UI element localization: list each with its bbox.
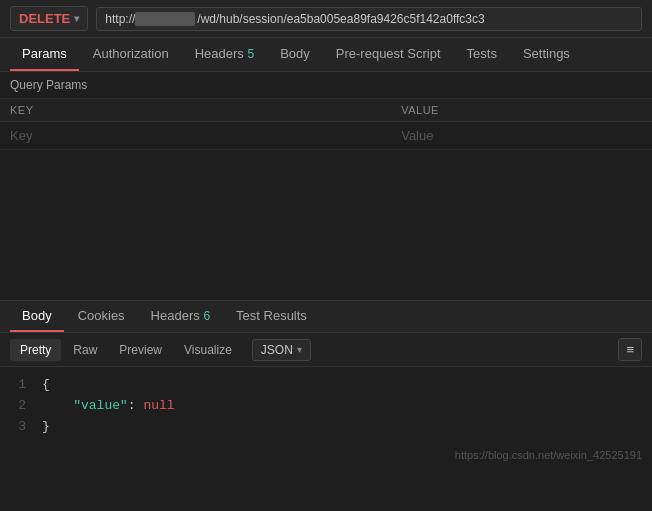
format-tab-preview[interactable]: Preview bbox=[109, 339, 172, 361]
url-prefix: http:// bbox=[105, 12, 135, 26]
response-tab-cookies[interactable]: Cookies bbox=[66, 301, 137, 332]
json-format-selector[interactable]: JSON ▾ bbox=[252, 339, 311, 361]
tab-authorization[interactable]: Authorization bbox=[81, 38, 181, 71]
wrap-button[interactable]: ≡ bbox=[618, 338, 642, 361]
response-headers-badge: 6 bbox=[203, 309, 210, 323]
json-format-value: JSON bbox=[261, 343, 293, 357]
response-tab-headers[interactable]: Headers 6 bbox=[139, 301, 222, 332]
table-row: Key Value bbox=[0, 122, 652, 150]
response-tab-test-results[interactable]: Test Results bbox=[224, 301, 319, 332]
code-content-3: } bbox=[42, 417, 50, 438]
method-selector[interactable]: DELETE ▾ bbox=[10, 6, 88, 31]
format-tab-visualize[interactable]: Visualize bbox=[174, 339, 242, 361]
url-masked bbox=[135, 12, 195, 26]
tab-settings[interactable]: Settings bbox=[511, 38, 582, 71]
tab-prerequest[interactable]: Pre-request Script bbox=[324, 38, 453, 71]
response-body-code: 1 { 2 "value": null 3 } bbox=[0, 367, 652, 445]
empty-space bbox=[0, 150, 652, 300]
key-column-header: KEY bbox=[0, 99, 391, 122]
value-column-header: VALUE bbox=[391, 99, 652, 122]
footer-link[interactable]: https://blog.csdn.net/weixin_42525191 bbox=[0, 445, 652, 465]
code-line-2: 2 "value": null bbox=[10, 396, 642, 417]
query-params-table: KEY VALUE Key Value bbox=[0, 99, 652, 150]
tab-tests[interactable]: Tests bbox=[455, 38, 509, 71]
url-bar[interactable]: http:// /wd/hub/session/ea5ba005ea89fa94… bbox=[96, 7, 642, 31]
request-tabs: Params Authorization Headers 5 Body Pre-… bbox=[0, 38, 652, 72]
line-number-3: 3 bbox=[10, 417, 26, 438]
url-path: /wd/hub/session/ea5ba005ea89fa9426c5f142… bbox=[197, 12, 484, 26]
response-tab-body[interactable]: Body bbox=[10, 301, 64, 332]
method-arrow-icon: ▾ bbox=[74, 13, 79, 24]
method-label: DELETE bbox=[19, 11, 70, 26]
json-null-value: null bbox=[143, 398, 174, 413]
code-line-1: 1 { bbox=[10, 375, 642, 396]
wrap-icon: ≡ bbox=[626, 342, 634, 357]
tab-params[interactable]: Params bbox=[10, 38, 79, 71]
tab-headers[interactable]: Headers 5 bbox=[183, 38, 266, 71]
response-tabs: Body Cookies Headers 6 Test Results bbox=[0, 301, 652, 333]
tab-body[interactable]: Body bbox=[268, 38, 322, 71]
line-number-1: 1 bbox=[10, 375, 26, 396]
format-tab-raw[interactable]: Raw bbox=[63, 339, 107, 361]
top-bar: DELETE ▾ http:// /wd/hub/session/ea5ba00… bbox=[0, 0, 652, 38]
format-tab-pretty[interactable]: Pretty bbox=[10, 339, 61, 361]
json-key: "value" bbox=[73, 398, 128, 413]
headers-badge: 5 bbox=[247, 47, 254, 61]
query-params-label: Query Params bbox=[0, 72, 652, 99]
code-content-2: "value": null bbox=[42, 396, 175, 417]
line-number-2: 2 bbox=[10, 396, 26, 417]
value-cell[interactable]: Value bbox=[391, 122, 652, 150]
code-content-1: { bbox=[42, 375, 50, 396]
code-line-3: 3 } bbox=[10, 417, 642, 438]
key-cell[interactable]: Key bbox=[0, 122, 391, 150]
format-tabs-row: Pretty Raw Preview Visualize JSON ▾ ≡ bbox=[0, 333, 652, 367]
json-format-arrow-icon: ▾ bbox=[297, 344, 302, 355]
